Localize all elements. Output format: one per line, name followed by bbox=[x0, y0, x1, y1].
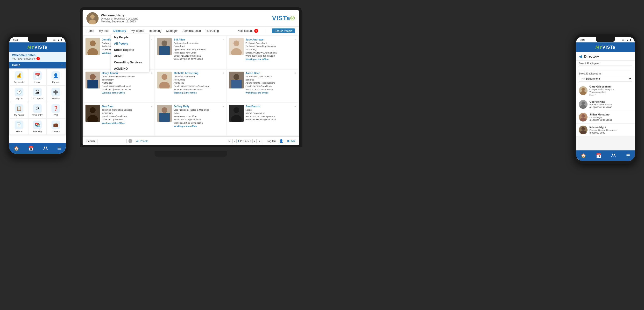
grid-item-forms[interactable]: 📄 Forms bbox=[10, 119, 28, 135]
emp-item-3[interactable]: Kristen Night Director Human Resources (… bbox=[576, 124, 635, 137]
notifications-btn[interactable]: Notifications 5 bbox=[237, 29, 258, 33]
nav-home[interactable]: Home bbox=[86, 27, 94, 34]
person-name-4: Michelle Armstrong bbox=[174, 72, 198, 74]
grid-item-signin[interactable]: 🕐 Sign In bbox=[10, 86, 28, 102]
person-photo-2 bbox=[229, 38, 244, 55]
person-card-7[interactable]: Jeffery Bally ≡ Vice President - Sales &… bbox=[155, 103, 226, 136]
search-label: Search: bbox=[86, 140, 96, 143]
dd-acme-hq[interactable]: ACME HQ bbox=[111, 66, 149, 72]
forms-label: Forms bbox=[16, 130, 22, 133]
page-5[interactable]: 5 bbox=[248, 140, 249, 143]
nav-reporting[interactable]: Reporting bbox=[149, 27, 162, 34]
help-icon[interactable]: ? bbox=[128, 139, 132, 143]
nav-manager[interactable]: Manager bbox=[166, 27, 178, 34]
page-last[interactable]: ►| bbox=[258, 139, 262, 143]
person-card-6[interactable]: Bev Baer ≡ Technical Consulting Services… bbox=[84, 103, 154, 136]
nav-myinfo[interactable]: My Info bbox=[99, 27, 108, 34]
search-input[interactable] bbox=[98, 139, 126, 143]
page-3[interactable]: 3 bbox=[243, 140, 244, 143]
grid-item-faq[interactable]: ❓ FAQ bbox=[47, 102, 65, 118]
person-photo-1 bbox=[157, 38, 172, 55]
back-btn-right[interactable]: ◀ bbox=[579, 54, 582, 59]
search-employees-input[interactable] bbox=[579, 66, 632, 71]
page-6[interactable]: 6 bbox=[250, 140, 251, 143]
search-people-btn[interactable]: Search People bbox=[272, 28, 295, 33]
emp-item-0[interactable]: Gary Grisselmann Compensation Analyst &T… bbox=[576, 83, 635, 98]
svg-rect-32 bbox=[159, 113, 170, 122]
logout-btn[interactable]: Log Out bbox=[267, 140, 276, 143]
page-4[interactable]: 4 bbox=[245, 140, 246, 143]
notif-badge-left[interactable]: 2 bbox=[36, 57, 40, 60]
laptop: Welcome, Harry Director of Technical Con… bbox=[80, 7, 302, 161]
grid-item-dirdeposit[interactable]: 🏛 Dir. Deposit bbox=[28, 86, 46, 102]
signal-icon: ●●● bbox=[53, 39, 56, 41]
logo-bar-left: MYVISTa bbox=[9, 42, 66, 52]
emp-title-2: HR Manager bbox=[590, 116, 612, 119]
card-icon-4: ≡ bbox=[223, 72, 224, 75]
person-card-1[interactable]: Bill Allen ≡ Software ImplementationCons… bbox=[155, 36, 226, 69]
dd-direct-reports[interactable]: Direct Reports bbox=[111, 47, 149, 53]
dd-my-people[interactable]: My People bbox=[111, 34, 149, 40]
select-employees-label: Select Employees in: bbox=[579, 72, 632, 75]
department-select[interactable]: HR Department bbox=[579, 76, 632, 81]
learning-label: Learning bbox=[33, 130, 42, 133]
page-prev[interactable]: ◄ bbox=[232, 139, 237, 143]
grid-item-timeentry[interactable]: ⏱ Time Entry bbox=[28, 102, 46, 118]
grid-item-leave[interactable]: 📅 Leave bbox=[28, 69, 46, 85]
directory-nav-right-icon[interactable] bbox=[611, 153, 616, 159]
calendar-nav-icon[interactable]: 📅 bbox=[28, 146, 34, 151]
forms-icon: 📄 bbox=[15, 121, 24, 129]
myinfo-icon: 👤 bbox=[52, 71, 60, 80]
emp-name-0: Gary Grisselmann bbox=[590, 85, 614, 88]
page-1[interactable]: 1 bbox=[238, 140, 239, 143]
signin-icon: 🕐 bbox=[15, 88, 24, 96]
page-2[interactable]: 2 bbox=[240, 140, 242, 143]
person-card-4[interactable]: Michelle Armstrong ≡ Financial Accountan… bbox=[155, 70, 226, 102]
logout-icon: 👤 bbox=[279, 139, 283, 143]
card-icon-7: ≡ bbox=[223, 105, 224, 108]
directory-footer: Search: ? All People |◄ ◄ 1 2 3 4 5 6 ► bbox=[82, 137, 299, 145]
mypages-label: My Pages bbox=[14, 114, 24, 116]
nav-recruiting[interactable]: Recruiting bbox=[206, 27, 219, 34]
dd-consulting[interactable]: Consulting Services bbox=[111, 59, 149, 66]
grid-item-learning[interactable]: 📚 Learning bbox=[28, 119, 46, 135]
battery-icon: ▮ bbox=[60, 39, 62, 41]
person-card-8[interactable]: Ann Barron ≡ NurseABCO Canada LtdABCO To… bbox=[227, 103, 298, 136]
person-card-5[interactable]: Aaron Baer ≡ Sr. Benefits Clerk - ABCOBe… bbox=[227, 70, 298, 102]
menu-nav-icon[interactable]: ☰ bbox=[57, 146, 61, 151]
pds-logo: ◉PDS bbox=[287, 139, 295, 143]
directory-nav-icon[interactable] bbox=[43, 145, 48, 152]
user-avatar bbox=[86, 12, 98, 24]
calendar-nav-right-icon[interactable]: 📅 bbox=[596, 153, 601, 158]
grid-item-careers[interactable]: 💼 Careers bbox=[47, 119, 65, 135]
card-icon-1: ≡ bbox=[223, 38, 224, 41]
grid-item-myinfo[interactable]: 👤 My Info bbox=[47, 69, 65, 85]
dd-all-people[interactable]: All People bbox=[111, 40, 149, 47]
paychecks-label: Paychecks bbox=[14, 81, 24, 83]
grid-item-paychecks[interactable]: 💰 Paychecks bbox=[10, 69, 28, 85]
collapse-btn[interactable]: − bbox=[61, 63, 63, 67]
dd-acme[interactable]: ACME bbox=[111, 53, 149, 59]
emp-info-2: Jillian Monatino HR Manager (610) 828-42… bbox=[590, 113, 612, 121]
mypages-icon: 📋 bbox=[15, 104, 24, 113]
svg-point-23 bbox=[234, 74, 239, 80]
timeentry-icon: ⏱ bbox=[33, 104, 42, 113]
page-next[interactable]: ► bbox=[252, 139, 257, 143]
nav-myteams[interactable]: My Teams bbox=[131, 27, 144, 34]
home-nav-right-icon[interactable]: 🏠 bbox=[581, 153, 586, 158]
emp-item-1[interactable]: George King H R M S Administrator (610) … bbox=[576, 98, 635, 111]
emp-item-2[interactable]: Jillian Monatino HR Manager (610) 828-42… bbox=[576, 111, 635, 124]
grid-item-mypages[interactable]: 📋 My Pages bbox=[10, 102, 28, 118]
menu-nav-right-icon[interactable]: ☰ bbox=[626, 153, 630, 158]
nav-directory[interactable]: Directory My People All People Direct Re… bbox=[113, 27, 126, 34]
phone-screen-right: 5:49 ●●● ▲ ▮ MYVISTa ◀ Directory Sear bbox=[576, 37, 635, 161]
page-first[interactable]: |◄ bbox=[227, 139, 231, 143]
laptop-stand bbox=[154, 152, 227, 157]
user-date: Monday, September 11, 2023 bbox=[101, 20, 272, 23]
nav-administration[interactable]: Administration bbox=[182, 27, 201, 34]
person-card-2[interactable]: Judy Andrews ≡ Technical ConsultantTechn… bbox=[227, 36, 298, 69]
home-nav-icon[interactable]: 🏠 bbox=[14, 146, 19, 151]
grid-item-benefits[interactable]: ➕ Benefits bbox=[47, 86, 65, 102]
person-card-3[interactable]: Harry Armen ≡ Lead Product Release Speci… bbox=[84, 70, 154, 102]
laptop-body: Welcome, Harry Director of Technical Con… bbox=[80, 7, 302, 147]
